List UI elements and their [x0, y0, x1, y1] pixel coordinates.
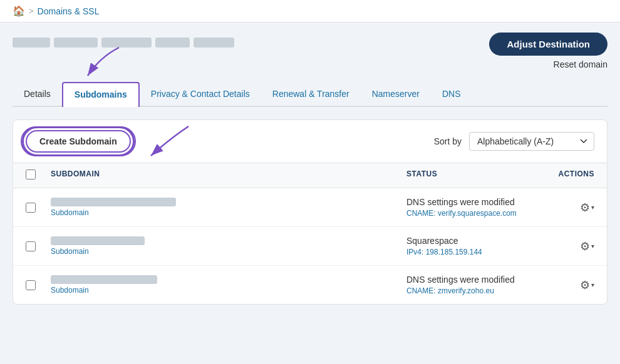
- subdomain-cell-1: Subdomain: [51, 198, 406, 217]
- breadcrumb-bar: 🏠 > Domains & SSL: [0, 0, 620, 23]
- domain-name-area: [13, 38, 234, 48]
- header-checkbox-cell: [26, 169, 51, 181]
- status-title-1: DNS settings were modified: [406, 197, 532, 207]
- gear-icon-2: ⚙: [580, 240, 590, 253]
- sort-area: Sort by Alphabetically (A-Z) Alphabetica…: [434, 132, 594, 151]
- card-toolbar: Create Subdomain Sort by Alphabetically …: [13, 120, 607, 163]
- tab-renewal[interactable]: Renewal & Transfer: [261, 83, 361, 105]
- chevron-icon-3: ▾: [591, 281, 594, 288]
- table-header: SUBDOMAIN STATUS ACTIONS: [13, 163, 607, 188]
- gear-button-1[interactable]: ⚙ ▾: [580, 201, 594, 215]
- reset-domain-link[interactable]: Reset domain: [554, 59, 607, 69]
- col-header-subdomain: SUBDOMAIN: [51, 169, 406, 181]
- tab-subdomains[interactable]: Subdomains: [62, 82, 140, 107]
- sort-select[interactable]: Alphabetically (A-Z) Alphabetically (Z-A…: [469, 132, 594, 151]
- create-subdomain-button[interactable]: Create Subdomain: [26, 130, 131, 153]
- gear-button-2[interactable]: ⚙ ▾: [580, 240, 594, 253]
- col-header-status: STATUS: [406, 169, 532, 181]
- row-checkbox-1[interactable]: [26, 203, 36, 213]
- row-checkbox-3[interactable]: [26, 280, 36, 290]
- table-row: Subdomain DNS settings were modified CNA…: [13, 188, 607, 227]
- subdomain-label-2[interactable]: Subdomain: [51, 247, 406, 256]
- status-cell-2: Squarespace IPv4: 198.185.159.144: [406, 236, 532, 256]
- domain-blur-3: [101, 38, 152, 48]
- gear-button-3[interactable]: ⚙ ▾: [580, 278, 594, 292]
- subdomain-label-3[interactable]: Subdomain: [51, 286, 406, 295]
- actions-cell-1: ⚙ ▾: [532, 201, 594, 215]
- status-sub-2: IPv4: 198.185.159.144: [406, 248, 532, 256]
- subdomain-cell-2: Subdomain: [51, 236, 406, 256]
- subdomains-card: Create Subdomain Sort by Alphabetically …: [13, 119, 607, 305]
- subdomain-cell-3: Subdomain: [51, 275, 406, 295]
- status-cell-3: DNS settings were modified CNAME: zmveri…: [406, 275, 532, 295]
- subdomain-blur-3: [51, 275, 157, 284]
- select-all-checkbox[interactable]: [26, 169, 36, 179]
- tabs-nav: Details Subdomains Privacy & Contact Det…: [13, 82, 607, 107]
- tab-privacy[interactable]: Privacy & Contact Details: [140, 83, 261, 105]
- domain-blur-2: [54, 38, 98, 48]
- home-icon[interactable]: 🏠: [13, 5, 25, 17]
- subdomain-blur-1: [51, 198, 176, 206]
- domain-blur-5: [194, 38, 234, 48]
- domain-blur-4: [155, 38, 190, 48]
- subdomain-blur-2: [51, 236, 145, 245]
- status-sub-1: CNAME: verify.squarespace.com: [406, 209, 532, 218]
- gear-icon-3: ⚙: [580, 278, 590, 292]
- tab-dns[interactable]: DNS: [431, 83, 472, 105]
- chevron-icon-2: ▾: [591, 243, 594, 250]
- sort-label: Sort by: [434, 136, 462, 146]
- breadcrumb-link[interactable]: Domains & SSL: [38, 6, 100, 16]
- row-checkbox-2[interactable]: [26, 241, 36, 251]
- status-cell-1: DNS settings were modified CNAME: verify…: [406, 197, 532, 218]
- table-row: Subdomain Squarespace IPv4: 198.185.159.…: [13, 227, 607, 266]
- status-title-2: Squarespace: [406, 236, 532, 246]
- adjust-destination-button[interactable]: Adjust Destination: [489, 33, 607, 56]
- tabs-section: Details Subdomains Privacy & Contact Det…: [0, 69, 620, 107]
- tab-nameserver[interactable]: Nameserver: [361, 83, 431, 105]
- subdomain-label-1[interactable]: Subdomain: [51, 208, 406, 217]
- col-header-actions: ACTIONS: [532, 169, 594, 181]
- gear-icon-1: ⚙: [580, 201, 590, 215]
- breadcrumb-separator: >: [29, 6, 34, 16]
- actions-cell-3: ⚙ ▾: [532, 278, 594, 292]
- actions-cell-2: ⚙ ▾: [532, 240, 594, 253]
- row-checkbox-cell-1: [26, 203, 51, 213]
- row-checkbox-cell-3: [26, 280, 51, 290]
- table-row: Subdomain DNS settings were modified CNA…: [13, 266, 607, 304]
- header-section: Adjust Destination Reset domain: [0, 23, 620, 69]
- domain-blur-1: [13, 38, 50, 48]
- chevron-icon-1: ▾: [591, 204, 594, 211]
- tab-details[interactable]: Details: [13, 83, 62, 105]
- header-actions: Adjust Destination Reset domain: [489, 33, 607, 69]
- status-title-3: DNS settings were modified: [406, 275, 532, 285]
- row-checkbox-cell-2: [26, 241, 51, 251]
- main-content: Create Subdomain Sort by Alphabetically …: [0, 107, 620, 317]
- status-sub-3: CNAME: zmverify.zoho.eu: [406, 286, 532, 295]
